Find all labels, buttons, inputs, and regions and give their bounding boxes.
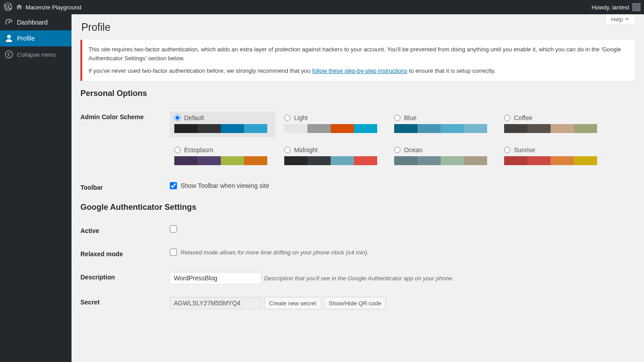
page-title: Profile — [80, 14, 635, 40]
color-scheme-option[interactable]: Midnight — [280, 144, 385, 170]
sidebar-collapse[interactable]: Collapse menu — [0, 46, 72, 62]
create-secret-button[interactable]: Create new secret — [264, 297, 321, 309]
site-home-link[interactable]: Macenzie Playground — [16, 4, 81, 11]
color-scheme-radio[interactable] — [284, 115, 290, 121]
instructions-link[interactable]: follow these step-by-step instructions — [312, 67, 407, 74]
color-scheme-radio[interactable] — [284, 147, 290, 153]
relaxed-checkbox[interactable] — [170, 249, 177, 256]
howdy-text: Howdy, iantest — [592, 4, 629, 11]
avatar — [632, 3, 640, 11]
collapse-icon — [4, 50, 13, 59]
admin-bar: Macenzie Playground Howdy, iantest — [0, 0, 644, 14]
toggle-qr-button[interactable]: Show/Hide QR code — [324, 297, 387, 309]
color-scheme-radio[interactable] — [174, 115, 181, 121]
wordpress-icon — [4, 2, 13, 11]
label-toolbar: Toolbar — [80, 176, 170, 199]
chevron-down-icon — [625, 18, 629, 21]
description-hint: Description that you'll see in the Googl… — [264, 275, 454, 282]
wp-logo-link[interactable] — [4, 2, 13, 12]
color-scheme-option[interactable]: Sunrise — [500, 144, 605, 170]
description-input[interactable] — [170, 272, 261, 284]
color-scheme-option[interactable]: Ocean — [390, 144, 495, 170]
color-scheme-label: Blue — [404, 114, 417, 121]
help-tab[interactable]: Help — [605, 14, 635, 25]
color-scheme-grid: DefaultLightBlueCoffeeEctoplasmMidnightO… — [170, 112, 631, 170]
label-description: Description — [80, 266, 170, 291]
color-scheme-label: Coffee — [514, 114, 532, 121]
secret-input[interactable] — [170, 297, 261, 309]
color-scheme-label: Midnight — [294, 146, 318, 154]
dashboard-icon — [4, 18, 13, 27]
color-scheme-radio[interactable] — [504, 147, 510, 153]
color-scheme-radio[interactable] — [394, 147, 400, 153]
toolbar-option[interactable]: Show Toolbar when viewing site — [170, 182, 631, 189]
account-link[interactable]: Howdy, iantest — [592, 3, 640, 11]
sidebar-item-label: Collapse menu — [17, 51, 56, 58]
label-secret: Secret — [80, 291, 170, 316]
color-scheme-radio[interactable] — [394, 115, 400, 121]
active-checkbox[interactable] — [170, 225, 177, 233]
color-scheme-radio[interactable] — [504, 115, 510, 121]
sidebar-item-dashboard[interactable]: Dashboard — [0, 14, 72, 30]
admin-sidebar: Dashboard Profile Collapse menu — [0, 14, 72, 362]
color-scheme-radio[interactable] — [174, 147, 181, 153]
color-scheme-label: Default — [184, 114, 204, 121]
color-scheme-label: Ectoplasm — [184, 146, 213, 154]
toolbar-checkbox[interactable] — [170, 182, 177, 189]
user-icon — [4, 34, 13, 43]
notice-text: If you've never used two-factor authenti… — [88, 67, 629, 75]
section-heading-ga: Google Authenticator Settings — [80, 203, 635, 212]
color-scheme-label: Sunrise — [514, 146, 535, 154]
label-relaxed: Relaxed mode — [80, 242, 170, 266]
color-swatches — [394, 156, 487, 165]
color-swatches — [174, 124, 267, 133]
notice-error: This site requires two-factor authentica… — [80, 40, 635, 81]
label-color-scheme: Admin Color Scheme — [80, 105, 170, 176]
scrollbar[interactable] — [638, 14, 644, 362]
color-scheme-option[interactable]: Ectoplasm — [170, 144, 275, 170]
label-active: Active — [80, 219, 170, 242]
sidebar-item-label: Profile — [17, 35, 35, 42]
color-swatches — [284, 124, 377, 133]
color-swatches — [174, 156, 267, 165]
svg-point-0 — [5, 51, 13, 58]
relaxed-option[interactable]: Relaxed mode allows for more time drifti… — [170, 249, 631, 256]
section-heading-personal: Personal Options — [80, 89, 635, 98]
color-scheme-label: Ocean — [404, 146, 422, 154]
color-scheme-option[interactable]: Light — [280, 112, 385, 137]
site-name: Macenzie Playground — [25, 4, 81, 11]
color-scheme-label: Light — [294, 114, 307, 121]
color-swatches — [284, 156, 377, 165]
color-scheme-option[interactable]: Coffee — [500, 112, 605, 137]
color-swatches — [504, 156, 597, 165]
sidebar-item-profile[interactable]: Profile — [0, 30, 72, 46]
sidebar-item-label: Dashboard — [17, 19, 48, 26]
color-scheme-option[interactable]: Default — [170, 112, 275, 137]
color-scheme-option[interactable]: Blue — [390, 112, 495, 137]
notice-text: This site requires two-factor authentica… — [88, 45, 629, 63]
help-label: Help — [611, 16, 623, 23]
toolbar-option-label: Show Toolbar when viewing site — [181, 182, 269, 189]
content-area: Help Profile This site requires two-fact… — [72, 14, 644, 362]
color-swatches — [394, 124, 487, 133]
home-icon — [16, 4, 23, 11]
relaxed-hint: Relaxed mode allows for more time drifti… — [181, 249, 369, 256]
color-swatches — [504, 124, 597, 133]
